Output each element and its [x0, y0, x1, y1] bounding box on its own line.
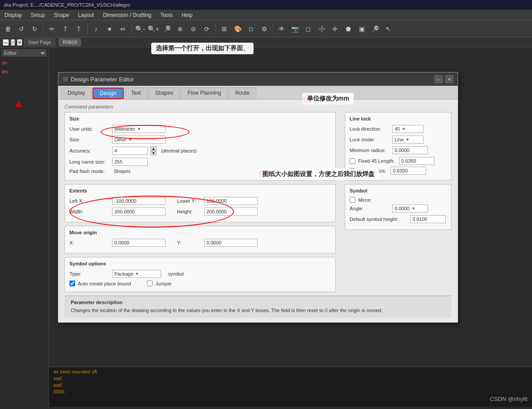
tab-route[interactable]: Route — [229, 88, 256, 99]
type-select[interactable]: Package ▼ — [112, 270, 161, 278]
toolbar-btn-zoom3[interactable]: ⊕ — [174, 23, 186, 35]
tab-shapes[interactable]: Shapes — [149, 88, 180, 99]
toolbar-btn-pencil[interactable]: ✏ — [46, 23, 58, 35]
title-bar: .dra Project: E:.../CADENCE_PRO/TC264_V1… — [0, 0, 532, 10]
csdn-watermark: CSDN @nhyltt — [490, 396, 528, 402]
user-units-arrow-icon: ▼ — [137, 127, 141, 131]
toolbar-btn-text2[interactable]: T — [73, 23, 85, 35]
toolbar-btn-grid[interactable]: ⊞ — [218, 23, 230, 35]
toolbar-btn-shape[interactable]: ⬟ — [342, 23, 355, 35]
toolbar-btn-3[interactable]: ↻ — [28, 23, 41, 35]
width-input[interactable] — [112, 208, 165, 216]
min-radius-input[interactable] — [392, 146, 428, 154]
status-line-4: 0000. — [53, 389, 528, 394]
toolbar-btn-cube[interactable]: ◻ — [302, 23, 314, 35]
tab-start-page[interactable]: Start Page — [24, 38, 55, 46]
menu-layout[interactable]: Layout — [73, 11, 98, 19]
auto-create-checkbox[interactable] — [69, 281, 75, 286]
jumper-label: Jumper — [155, 281, 172, 286]
toolbar-btn-zoom-in[interactable]: 🔍+ — [147, 23, 160, 35]
toolbar-btn-zoom4[interactable]: ⊖ — [187, 23, 200, 35]
lock-dir-select[interactable]: 45 ▼ — [392, 125, 423, 133]
menu-dimension[interactable]: Dimension / Drafting — [98, 11, 156, 19]
mirror-checkbox[interactable] — [350, 197, 355, 203]
symbol-label: symbol — [168, 271, 184, 277]
tab-flow-planning[interactable]: Flow Planning — [181, 88, 227, 99]
tab-r0603[interactable]: R0603 — [59, 38, 81, 46]
dialog-minimize-btn[interactable]: — — [435, 75, 443, 83]
origin-y-input[interactable] — [204, 239, 258, 247]
angle-select[interactable]: 0.0000 ▼ — [392, 204, 428, 213]
dialog-close-btn[interactable]: ✕ — [445, 75, 453, 83]
toolbar-btn-flip[interactable]: ⇔ — [117, 23, 129, 35]
fixed-radius-input[interactable] — [391, 167, 426, 175]
fixed-45-label: Fixed 45 Length: — [358, 158, 395, 164]
toolbar-btn-mag[interactable]: 🔎 — [369, 23, 381, 35]
status-line-1: as been rounded off. — [53, 369, 528, 374]
tab-design[interactable]: Design — [93, 88, 123, 99]
toolbar-btn-plus[interactable]: ➕ — [315, 23, 328, 35]
toolbar-btn-2[interactable]: ↺ — [15, 23, 28, 35]
lock-mode-arrow-icon: ▼ — [406, 137, 410, 142]
fixed-45-input[interactable] — [399, 157, 435, 165]
left-x-input[interactable] — [112, 197, 165, 205]
tab-text[interactable]: Text — [125, 88, 148, 99]
lock-mode-row: Lock mode: Line ▼ — [350, 136, 447, 144]
left-panel-select[interactable]: Editor — [2, 49, 47, 56]
jumper-checkbox[interactable] — [147, 281, 153, 286]
dialog-tabs: Display Design Text Shapes Flow Planning… — [58, 86, 458, 100]
menu-shape[interactable]: Shape — [49, 11, 74, 19]
default-height-input[interactable] — [410, 215, 446, 223]
menu-help[interactable]: Help — [177, 11, 197, 19]
toolbar-btn-zoom-out[interactable]: 🔍- — [134, 23, 146, 35]
origin-x-input[interactable] — [112, 239, 165, 247]
menu-setup[interactable]: Setup — [26, 11, 49, 19]
toolbar-btn-camera[interactable]: 📷 — [289, 23, 301, 35]
type-label: Type: — [69, 271, 109, 277]
param-desc-text2: after the origin is moved. — [327, 308, 383, 313]
width-label: Width: — [69, 209, 109, 214]
tab-minimize[interactable]: — — [3, 39, 9, 46]
toolbar-btn-text[interactable]: T — [59, 23, 72, 35]
tab-restore[interactable]: □ — [11, 39, 15, 46]
toolbar-btn-gear[interactable]: ⚙ — [258, 23, 270, 35]
toolbar-btn-3d[interactable]: 🗆 — [245, 23, 257, 35]
toolbar-btn-zoom2[interactable]: 🔎 — [161, 23, 173, 35]
toolbar-btn-eye[interactable]: 👁 — [275, 23, 288, 35]
menu-tools[interactable]: Tools — [156, 11, 177, 19]
toolbar-btn-cross[interactable]: ✛ — [329, 23, 341, 35]
size-select[interactable]: Other ▼ — [112, 136, 165, 144]
left-panel: Editor on les — [0, 48, 49, 407]
accuracy-down-btn[interactable]: ▼ — [150, 151, 157, 155]
lock-mode-select[interactable]: Line ▼ — [392, 136, 423, 144]
long-name-input[interactable] — [112, 158, 148, 166]
step1-callout: 选择第一个打开，出现如下界面、 — [151, 43, 254, 54]
tab-row: — □ ✕ Start Page R0603 — [0, 37, 532, 48]
tab-close-main[interactable]: ✕ — [17, 39, 22, 46]
height-input[interactable] — [204, 208, 258, 216]
toolbar-btn-refresh[interactable]: ⟳ — [201, 23, 213, 35]
fixed-45-row: Fixed 45 Length: — [350, 157, 447, 165]
auto-create-label: Auto create place bound — [78, 281, 131, 286]
user-units-select[interactable]: Millimeter ▼ — [112, 125, 165, 133]
fixed-45-checkbox[interactable] — [350, 158, 355, 164]
default-height-label: Default symbol height: — [350, 217, 407, 222]
tab-display[interactable]: Display — [61, 88, 92, 99]
toolbar-btn-cursor[interactable]: ↖ — [382, 23, 395, 35]
step2-callout: 单位修改为mm — [302, 93, 354, 104]
toolbar-btn-note[interactable]: ♪ — [90, 23, 102, 35]
accuracy-up-btn[interactable]: ▲ — [150, 146, 157, 151]
lock-dir-label: Lock direction: — [350, 126, 390, 132]
toolbar-btn-1[interactable]: 🗑 — [2, 23, 14, 35]
annotation-area: 1 选择第一个打开，出现如下界面、 ⊞ Design Parameter Edi… — [49, 48, 532, 367]
menu-display[interactable]: Display — [0, 11, 26, 19]
toolbar-sep-2 — [87, 24, 88, 34]
lower-y-input[interactable] — [204, 197, 258, 205]
status-line-3: oad'. — [53, 382, 528, 388]
accuracy-input[interactable] — [112, 147, 148, 155]
toolbar-btn-shape2[interactable]: ▣ — [355, 23, 368, 35]
toolbar-btn-star[interactable]: ★ — [103, 23, 116, 35]
step3-callout: 图纸大小如图设置，方便之后我们放焊盘 — [258, 168, 379, 180]
param-desc-title: Parameter description — [71, 300, 445, 305]
toolbar-btn-color[interactable]: 🎨 — [231, 23, 244, 35]
